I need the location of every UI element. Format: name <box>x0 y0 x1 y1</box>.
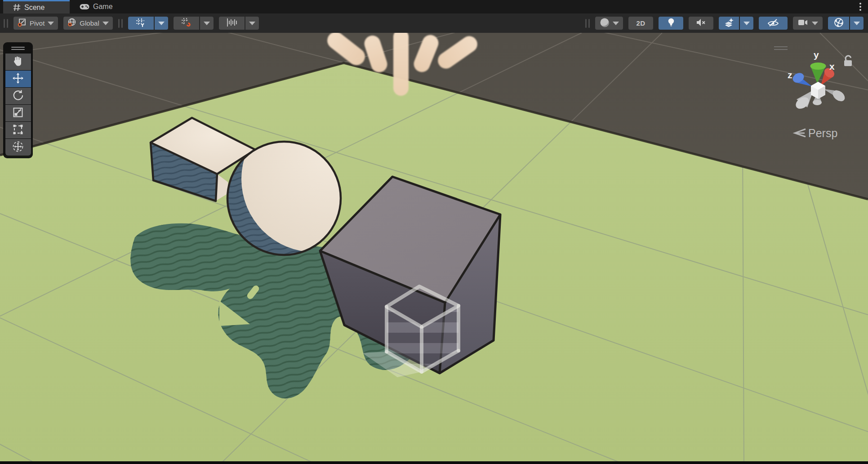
chevron-down-icon <box>854 22 860 25</box>
tools-drag-handle[interactable] <box>11 45 25 53</box>
pivot-button[interactable]: Pivot <box>13 17 58 30</box>
gizmo-drag-handle <box>774 47 788 49</box>
pivot-icon <box>18 18 27 28</box>
toolbar-group-handle[interactable] <box>118 19 123 28</box>
grid-snap-axis-dropdown[interactable] <box>155 17 168 30</box>
scale-icon <box>13 107 23 120</box>
gizmos-sphere-icon <box>833 17 844 29</box>
gizmo-z-axis[interactable] <box>791 71 812 86</box>
chevron-down-icon <box>48 22 54 25</box>
tool-rect[interactable] <box>5 122 31 138</box>
tab-bar: Scene Game <box>0 0 868 13</box>
unity-scene-view-window: Scene Game Pivot <box>0 0 868 464</box>
effects-dropdown[interactable] <box>740 17 753 30</box>
grid-axis-y-icon <box>136 18 146 29</box>
chevron-down-icon <box>158 22 165 25</box>
chevron-down-icon <box>812 22 818 25</box>
hand-icon <box>13 56 23 68</box>
toolbar-drag-handle[interactable] <box>4 19 8 28</box>
toolbar-right-handle[interactable] <box>585 19 590 28</box>
draw-mode-button[interactable] <box>595 17 623 30</box>
projection-toggle[interactable]: Persp <box>795 127 837 139</box>
tab-scene-label: Scene <box>24 4 45 12</box>
grid-icon <box>13 4 21 11</box>
snap-increment-dropdown[interactable] <box>245 17 259 30</box>
scene-viewport[interactable]: y x z Persp <box>0 33 868 464</box>
snap-magnet-toggle[interactable] <box>174 17 199 30</box>
snap-increment-icon <box>226 18 237 29</box>
move-icon <box>12 72 24 86</box>
handle-orientation-button[interactable]: Global <box>63 17 112 30</box>
gizmos-toggle[interactable] <box>828 17 849 30</box>
axis-x-label: x <box>829 61 835 71</box>
chevron-down-icon <box>204 22 210 25</box>
tool-view[interactable] <box>5 54 31 70</box>
eye-hidden-icon <box>766 18 780 29</box>
scene-world[interactable] <box>0 33 868 464</box>
tool-transform[interactable] <box>5 139 31 156</box>
camera-icon <box>798 18 809 28</box>
scene-toolbar: Pivot Global <box>0 13 868 33</box>
tool-rotate[interactable] <box>5 88 31 104</box>
effects-toggle[interactable] <box>719 17 739 30</box>
rotate-icon <box>12 89 24 103</box>
axis-z-label: z <box>788 70 792 80</box>
effects-icon <box>724 17 734 29</box>
shaded-sphere-icon <box>599 17 610 29</box>
chevron-down-icon <box>249 22 255 25</box>
transform-icon <box>12 141 24 154</box>
tab-scene[interactable]: Scene <box>3 0 70 13</box>
audio-muted-icon <box>696 18 707 28</box>
tab-game[interactable]: Game <box>70 0 123 13</box>
camera-button[interactable] <box>793 17 823 30</box>
tool-scale[interactable] <box>5 105 31 121</box>
globe-icon <box>67 18 76 28</box>
projection-label: Persp <box>808 127 837 139</box>
axis-y-label: y <box>814 49 819 60</box>
scene-lighting-toggle[interactable] <box>659 17 683 30</box>
tools-overlay <box>3 42 33 158</box>
rect-tool-icon <box>13 124 23 137</box>
snap-increment-toggle[interactable] <box>219 17 245 30</box>
snap-magnet-dropdown[interactable] <box>200 17 214 30</box>
orientation-gizmo[interactable]: y x z Persp <box>760 33 868 145</box>
gizmos-dropdown[interactable] <box>850 17 864 30</box>
hand-finger <box>393 33 409 96</box>
light-bulb-icon <box>667 18 676 29</box>
pivot-label: Pivot <box>30 19 45 27</box>
scene-audio-toggle[interactable] <box>689 17 713 30</box>
unlocked-padlock-icon[interactable] <box>844 55 852 66</box>
grid-snap-axis-toggle[interactable] <box>128 17 154 30</box>
orientation-label: Global <box>80 19 99 27</box>
gizmo-center-cube[interactable] <box>811 82 825 99</box>
grid-magnet-icon <box>181 18 191 29</box>
kebab-menu-icon[interactable] <box>853 0 868 13</box>
chevron-down-icon <box>743 22 750 25</box>
chevron-down-icon <box>102 22 109 25</box>
mode-2d-toggle[interactable]: 2D <box>628 17 653 30</box>
scene-visibility-toggle[interactable] <box>759 17 788 30</box>
gamepad-icon <box>80 4 89 10</box>
tool-move[interactable] <box>5 71 31 87</box>
tab-game-label: Game <box>93 3 113 11</box>
chevron-down-icon <box>613 22 619 25</box>
